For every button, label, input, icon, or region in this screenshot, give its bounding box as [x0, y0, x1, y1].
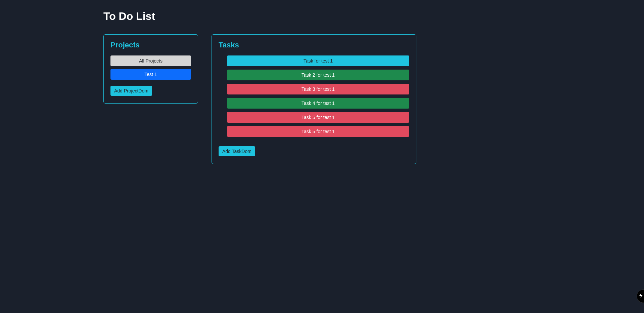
projects-panel: Projects All Projects Test 1 Add Project… [103, 34, 198, 104]
project-item[interactable]: Test 1 [110, 69, 191, 80]
task-item[interactable]: Task 3 for test 1 [227, 84, 409, 94]
tasks-panel: Tasks Task for test 1 Task 2 for test 1 … [212, 34, 416, 164]
tasks-heading: Tasks [219, 41, 409, 49]
tasks-list: Task for test 1 Task 2 for test 1 Task 3… [219, 55, 409, 137]
projects-heading: Projects [110, 41, 191, 49]
task-item[interactable]: Task 5 for test 1 [227, 112, 409, 123]
add-project-button[interactable]: Add ProjectDom [110, 86, 152, 96]
floating-action-button[interactable] [637, 289, 644, 303]
add-task-button[interactable]: Add TaskDom [219, 146, 255, 156]
project-item-all[interactable]: All Projects [110, 55, 191, 66]
projects-list: All Projects Test 1 [110, 55, 191, 80]
task-item[interactable]: Task 4 for test 1 [227, 98, 409, 109]
lightning-icon [643, 293, 644, 300]
task-item[interactable]: Task 5 for test 1 [227, 126, 409, 137]
task-item[interactable]: Task for test 1 [227, 55, 409, 66]
task-item[interactable]: Task 2 for test 1 [227, 70, 409, 80]
page-title: To Do List [103, 10, 644, 23]
